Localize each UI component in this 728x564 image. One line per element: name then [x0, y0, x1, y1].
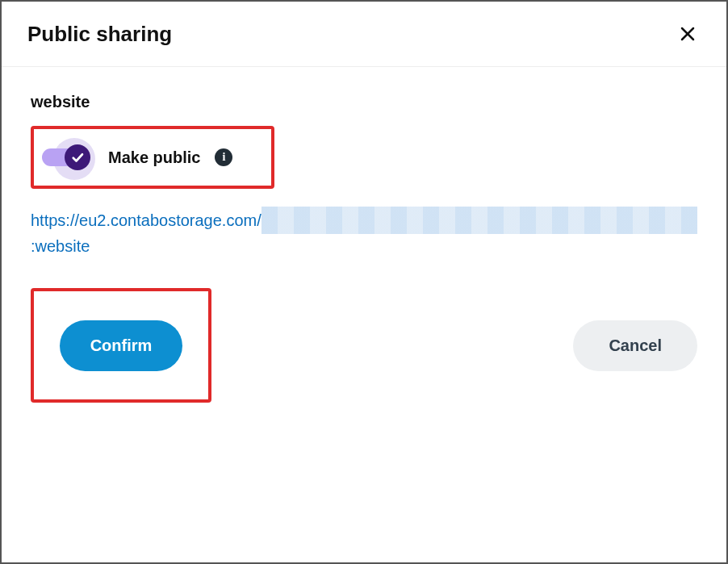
modal-header: Public sharing: [2, 2, 726, 67]
modal-actions: Confirm Cancel: [31, 288, 697, 403]
public-url-prefix: https://eu2.contabostorage.com/: [31, 208, 261, 233]
info-icon[interactable]: i: [215, 148, 232, 166]
close-icon: [678, 24, 697, 44]
toggle-knob: [65, 144, 90, 170]
cancel-button[interactable]: Cancel: [573, 320, 697, 371]
checkmark-icon: [70, 150, 85, 165]
confirm-button[interactable]: Confirm: [60, 320, 183, 371]
public-url-line1: https://eu2.contabostorage.com/: [31, 207, 697, 234]
make-public-label: Make public: [108, 148, 200, 167]
bucket-name-label: website: [31, 93, 697, 111]
close-button[interactable]: [675, 21, 701, 47]
modal-title: Public sharing: [27, 22, 172, 47]
modal-body: website Make public i https://eu2.contab…: [2, 67, 726, 432]
redacted-segment: [261, 207, 697, 234]
confirm-button-highlight: Confirm: [31, 288, 211, 403]
make-public-toggle[interactable]: [42, 146, 87, 169]
public-url[interactable]: https://eu2.contabostorage.com/ :website: [31, 207, 697, 259]
make-public-toggle-highlight: Make public i: [31, 126, 274, 189]
public-url-suffix: :website: [31, 234, 697, 259]
